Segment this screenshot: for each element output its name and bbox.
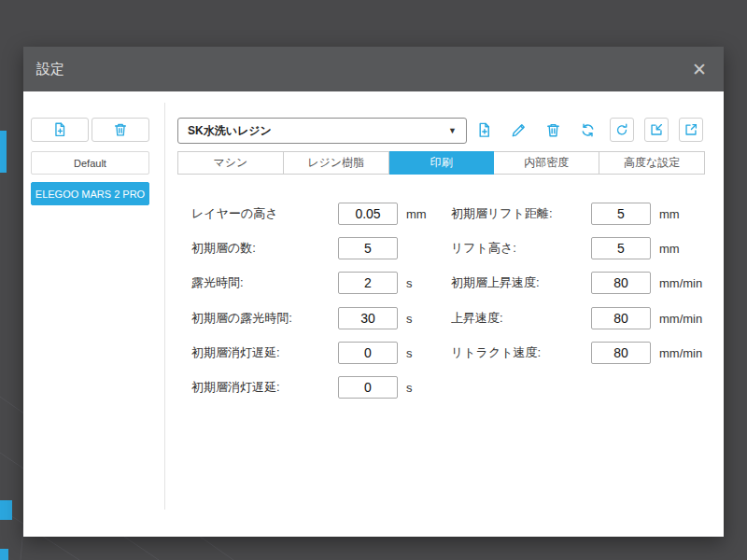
delete-printer-button[interactable] — [92, 118, 149, 142]
form-row: 露光時間: s — [191, 272, 413, 294]
settings-tabs: マシン レジン樹脂 印刷 内部密度 高度な設定 — [177, 151, 705, 175]
add-preset-button[interactable] — [472, 118, 496, 142]
field-label: 露光時間: — [191, 274, 338, 291]
chevron-down-icon: ▼ — [448, 126, 457, 135]
field-label: リフト高さ: — [451, 240, 591, 257]
form-row: 初期層消灯遅延: s — [191, 376, 413, 399]
reset-preset-button[interactable] — [575, 118, 599, 142]
field-unit: s — [406, 276, 413, 290]
form-row: 初期層の露光時間: s — [191, 307, 413, 329]
field-unit: s — [406, 312, 413, 326]
dialog-body: Default ELEGOO MARS 2 PRO SK水洗いレジン ▼ — [23, 91, 724, 537]
field-label: レイヤーの高さ — [191, 205, 338, 222]
bottom-lift-distance-input[interactable] — [591, 203, 651, 225]
form-row: 初期層消灯遅延: s — [191, 342, 413, 364]
field-label: 初期層消灯遅延: — [191, 379, 338, 396]
refresh-icon — [579, 121, 597, 139]
restore-icon — [613, 121, 630, 138]
form-row: レイヤーの高さ mm — [191, 203, 427, 225]
printer-profile-default[interactable]: Default — [31, 151, 149, 175]
field-label: 初期層の露光時間: — [191, 310, 338, 327]
delete-preset-button[interactable] — [541, 118, 565, 142]
close-button[interactable]: ✕ — [692, 61, 707, 78]
tab-advanced[interactable]: 高度な設定 — [599, 151, 705, 175]
field-unit: mm — [406, 207, 427, 221]
layer-height-input[interactable] — [338, 203, 398, 225]
retract-speed-input[interactable] — [591, 342, 651, 364]
tab-machine[interactable]: マシン — [177, 151, 284, 175]
field-label: リトラクト速度: — [451, 344, 591, 361]
field-label: 上昇速度: — [451, 310, 591, 327]
file-plus-icon — [51, 121, 68, 138]
lift-speed-input[interactable] — [591, 307, 651, 329]
rename-preset-button[interactable] — [506, 118, 530, 142]
field-label: 初期層上昇速度: — [451, 274, 591, 291]
export-preset-button[interactable] — [679, 118, 703, 142]
tab-infill[interactable]: 内部密度 — [494, 151, 599, 175]
resin-preset-value: SK水洗いレジン — [188, 123, 272, 139]
import-icon — [648, 121, 665, 138]
field-unit: s — [406, 346, 413, 360]
preset-toolbar — [472, 118, 703, 142]
field-unit: s — [406, 381, 413, 395]
file-plus-icon — [475, 121, 493, 139]
field-unit: mm — [659, 207, 680, 221]
close-icon: ✕ — [692, 60, 707, 79]
restore-defaults-button[interactable] — [610, 118, 634, 142]
tab-resin[interactable]: レジン樹脂 — [284, 151, 389, 175]
trash-icon — [112, 121, 129, 138]
form-row: 初期層上昇速度: mm/min — [451, 272, 702, 294]
bottom-layer-count-input[interactable] — [338, 237, 398, 259]
form-row: リフト高さ: mm — [451, 237, 680, 259]
settings-dialog: 設定 ✕ Default ELEGOO MARS 2 — [23, 47, 724, 537]
field-label: 初期層リフト距離: — [451, 205, 591, 222]
trash-icon — [544, 121, 562, 139]
import-preset-button[interactable] — [644, 118, 669, 142]
dialog-title: 設定 — [36, 61, 64, 78]
export-icon — [683, 121, 699, 138]
field-label: 初期層の数: — [191, 240, 338, 257]
field-unit: mm/min — [659, 276, 702, 290]
lift-height-input[interactable] — [591, 237, 651, 259]
exposure-time-input[interactable] — [338, 272, 398, 294]
field-unit: mm/min — [659, 346, 702, 360]
field-label: 初期層消灯遅延: — [191, 344, 338, 361]
toolbar-sliver-top — [0, 131, 7, 173]
form-row: 初期層リフト距離: mm — [451, 203, 680, 225]
light-off-delay-input[interactable] — [338, 342, 398, 364]
toolbar-sliver-mid — [0, 500, 12, 520]
panel-divider — [164, 103, 165, 510]
form-row: 初期層の数: — [191, 237, 406, 259]
dialog-header: 設定 ✕ — [23, 47, 724, 91]
field-unit: mm — [659, 242, 680, 256]
pencil-icon — [510, 121, 528, 139]
toolbar-sliver-bottom — [0, 549, 8, 560]
form-row: 上昇速度: mm/min — [451, 307, 702, 329]
bottom-lift-speed-input[interactable] — [591, 272, 651, 294]
form-row: リトラクト速度: mm/min — [451, 342, 702, 364]
add-printer-button[interactable] — [31, 118, 89, 142]
field-unit: mm/min — [659, 312, 702, 326]
bottom-light-off-delay-input[interactable] — [338, 376, 398, 399]
bottom-exposure-time-input[interactable] — [338, 307, 398, 329]
resin-preset-dropdown[interactable]: SK水洗いレジン ▼ — [177, 118, 467, 144]
tab-print[interactable]: 印刷 — [389, 151, 495, 175]
printer-profile-actions — [31, 118, 149, 142]
printer-profile-elegoo-mars-2-pro[interactable]: ELEGOO MARS 2 PRO — [31, 182, 149, 205]
